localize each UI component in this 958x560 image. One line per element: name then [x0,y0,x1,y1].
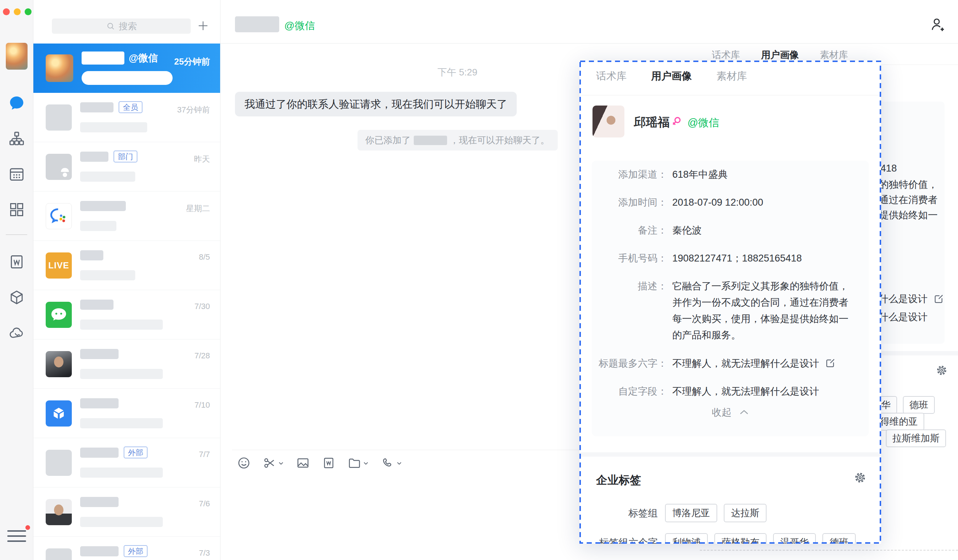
more-menu-icon[interactable] [7,530,26,542]
tag-pill[interactable]: 德班 [822,533,856,544]
incoming-message[interactable]: 我通过了你的联系人验证请求，现在我们可以开始聊天了 [235,92,517,116]
chat-list-item[interactable]: 星期二 [33,192,220,241]
emoji-button[interactable] [237,456,251,470]
chat-avatar-photo [46,54,73,82]
tag-pill[interactable]: 博洛尼亚 [665,504,717,522]
tag-pill[interactable]: 德班 [903,396,935,414]
chat-list-item[interactable]: 外部7/7 [33,438,220,487]
file-button[interactable] [348,456,369,470]
redacted-message [80,171,135,182]
chat-item-body [80,397,210,430]
close-window-button[interactable] [3,8,10,15]
chat-header-handle: @微信 [284,19,315,33]
redacted-name [80,300,114,310]
system-message-prefix: 你已添加了 [365,134,411,146]
doc-button[interactable] [322,456,335,470]
field-label: 添加渠道： [593,167,667,182]
chat-avatar-photo [46,351,72,377]
chat-time: 8/5 [199,252,210,262]
add-contact-icon[interactable] [929,17,945,33]
redacted-name [80,398,119,408]
chat-time: 7/6 [199,499,210,509]
search-placeholder: 搜索 [119,20,137,32]
redacted-message [80,468,163,478]
wecom-window: 搜索 @微信25分钟前全员37分钟前部门昨天星期二LIVE8/57/307/28… [0,0,958,560]
gear-icon[interactable] [936,364,948,376]
tab-用户画像[interactable]: 用户画像 [761,49,799,61]
chat-list-item[interactable]: 7/30 [33,290,220,339]
edit-icon[interactable] [825,358,836,368]
female-icon [671,116,682,127]
chat-item-body [80,347,210,381]
zoom-window-button[interactable] [25,8,32,15]
chat-avatar-collage-c [46,548,72,560]
redacted-name [80,546,119,556]
tab-素材库[interactable]: 素材库 [717,69,747,83]
redacted-chat-title [235,16,279,32]
rail-divider [6,234,27,235]
search-input[interactable]: 搜索 [52,19,191,34]
minimize-window-button[interactable] [14,8,21,15]
redacted-name [80,447,119,458]
chat-list-item[interactable]: 部门昨天 [33,142,220,192]
field-label: 描述： [593,278,667,343]
tab-话术库[interactable]: 话术库 [596,69,627,83]
chat-list-item[interactable]: 全员37分钟前 [33,93,220,142]
redacted-name [80,102,114,113]
tab-话术库[interactable]: 话术库 [712,49,740,61]
profile-avatar[interactable] [593,106,624,138]
field-value: 不理解人，就无法理解什么是设计 [672,383,819,399]
description-line: 并作为一份不成文的合同，通过在消费者 [672,295,849,311]
chat-time: 7/3 [199,548,210,558]
collapse-button[interactable]: 收起 [579,406,881,419]
docs-icon[interactable] [9,254,25,270]
chat-time: 7/10 [194,400,210,410]
chat-list-item[interactable]: 7/6 [33,487,220,537]
description-line: 每一次购买，使用，体验是提供始终如一 [672,311,849,327]
chevron-down-icon [397,461,402,465]
redacted-name [80,250,103,260]
tag-pill[interactable]: 达拉斯 [724,504,766,522]
field-value: 2018-07-09 12:00:00 [672,194,763,210]
screenshot-button[interactable] [263,456,284,470]
chat-time: 37分钟前 [177,105,210,115]
tag-pill[interactable]: 萨格勒布 [714,533,766,544]
add-chat-button[interactable] [197,20,209,32]
user-avatar[interactable] [6,43,27,70]
chat-avatar-wecom [46,203,72,229]
app-store-icon[interactable] [9,289,25,305]
tag-pill[interactable]: 利物浦 [665,533,708,544]
call-button[interactable] [381,456,402,470]
chat-list-item[interactable]: 7/10 [33,389,220,438]
gear-icon[interactable] [853,471,867,484]
tag-group: 标签组博洛尼亚达拉斯 [596,504,874,522]
cloud-call-icon[interactable] [9,325,25,341]
system-message-suffix: ，现在可以开始聊天了。 [450,134,550,146]
section-divider [579,452,881,457]
field-value-text: 618年中盛典 [672,169,728,180]
redacted-message [80,517,163,527]
chat-list-item[interactable]: LIVE8/5 [33,241,220,290]
chat-list-item[interactable]: 7/28 [33,339,220,389]
chat-list-item[interactable]: @微信25分钟前 [33,43,220,93]
contacts-icon[interactable] [9,130,25,146]
workbench-icon[interactable] [9,201,25,217]
redacted-message [80,418,163,428]
edit-icon[interactable] [933,293,944,304]
tag-pill[interactable]: 温哥华 [773,533,816,544]
unread-badge [25,525,30,530]
calendar-icon[interactable] [9,166,25,182]
profile-name: 邱瑶福 [634,114,670,130]
chats-icon[interactable] [9,95,25,111]
chat-item-body: 外部 [80,446,210,479]
tag-groups: 标签组博洛尼亚达拉斯标签组六个字利物浦萨格勒布温哥华德班 [596,504,874,544]
tag-group-tags: 博洛尼亚达拉斯 [665,504,766,522]
redacted-name [82,51,124,65]
tab-用户画像[interactable]: 用户画像 [651,69,692,83]
tab-素材库[interactable]: 素材库 [820,49,848,61]
redacted-name [80,349,119,359]
chat-list-item[interactable]: 外部7/3 [33,537,220,560]
image-button[interactable] [296,456,310,470]
tag-pill[interactable]: 拉斯维加斯 [886,430,946,447]
tag-group-label: 标签组六个字 [596,536,658,544]
